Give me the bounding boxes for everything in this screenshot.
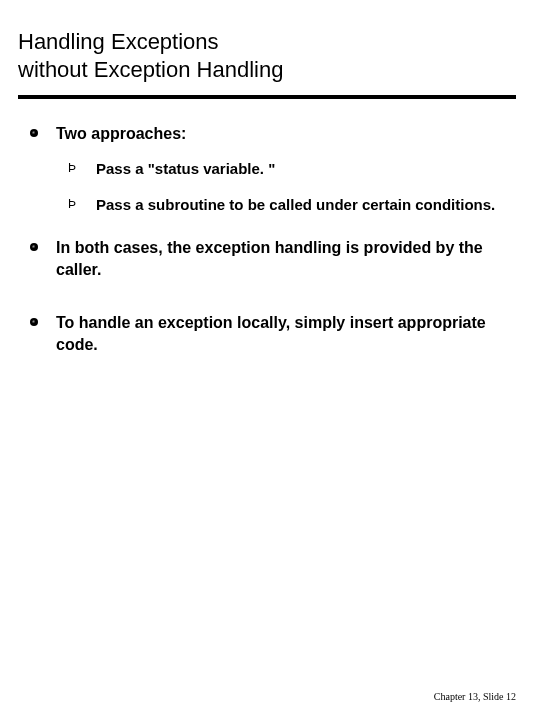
bullet-item: Two approaches: xyxy=(30,123,516,145)
sub-bullet-item: Þ Pass a subroutine to be called under c… xyxy=(68,195,516,215)
bullet-text: To handle an exception locally, simply i… xyxy=(56,312,516,355)
sub-bullet-icon: Þ xyxy=(68,162,82,179)
sub-bullet-icon: Þ xyxy=(68,198,82,215)
spacer xyxy=(30,294,516,312)
bullet-text: In both cases, the exception handling is… xyxy=(56,237,516,280)
bullet-item: In both cases, the exception handling is… xyxy=(30,237,516,280)
title-divider xyxy=(18,95,516,99)
title-line-1: Handling Exceptions xyxy=(18,29,219,54)
sub-bullet-item: Þ Pass a "status variable. " xyxy=(68,159,516,179)
sub-bullet-list: Þ Pass a "status variable. " Þ Pass a su… xyxy=(68,159,516,216)
bullet-text: Two approaches: xyxy=(56,123,186,145)
slide-content: Two approaches: Þ Pass a "status variabl… xyxy=(18,123,516,355)
slide-title: Handling Exceptions without Exception Ha… xyxy=(18,28,516,83)
sub-bullet-text: Pass a subroutine to be called under cer… xyxy=(96,195,495,215)
slide-footer: Chapter 13, Slide 12 xyxy=(434,691,516,702)
bullet-dot-icon xyxy=(30,243,38,251)
sub-bullet-text: Pass a "status variable. " xyxy=(96,159,275,179)
bullet-dot-icon xyxy=(30,318,38,326)
slide: Handling Exceptions without Exception Ha… xyxy=(0,0,540,720)
title-line-2: without Exception Handling xyxy=(18,57,283,82)
bullet-item: To handle an exception locally, simply i… xyxy=(30,312,516,355)
bullet-dot-icon xyxy=(30,129,38,137)
